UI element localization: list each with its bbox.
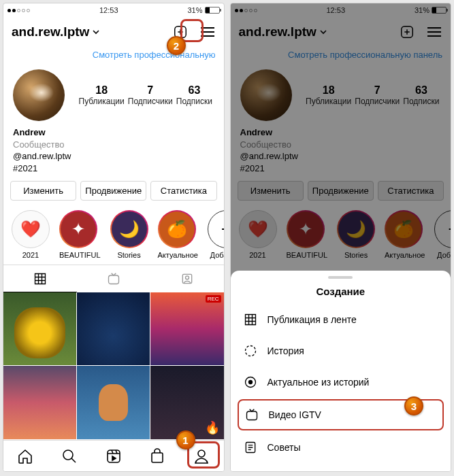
svg-point-4: [63, 450, 73, 460]
bio: Andrew Сообщество @and.rew.lptw #2021: [3, 126, 224, 181]
stats-row: 18Публикации 7Подписчики 63Подписки: [77, 84, 214, 106]
nav-search[interactable]: [48, 441, 92, 471]
igtv-icon: [244, 407, 259, 422]
post-cell[interactable]: [77, 366, 150, 439]
svg-rect-6: [152, 453, 163, 462]
sheet-item-highlight[interactable]: Актуальное из историй: [231, 367, 451, 398]
step-badge-3: 3: [404, 396, 423, 415]
post-cell[interactable]: [3, 366, 76, 439]
tab-grid[interactable]: [3, 265, 77, 292]
username-dropdown[interactable]: and.rew.lptw: [12, 24, 100, 39]
sheet-item-tips[interactable]: Советы: [231, 432, 451, 463]
svg-rect-12: [246, 411, 257, 420]
posts-grid: [3, 292, 224, 440]
stat-followers[interactable]: 7Подписчики: [128, 84, 173, 106]
avatar[interactable]: [13, 69, 65, 121]
stat-posts[interactable]: 18Публикации: [79, 84, 125, 106]
pro-dashboard-link[interactable]: Смотреть профессиональную: [3, 47, 224, 65]
nav-shop[interactable]: [135, 441, 180, 471]
insights-button[interactable]: Статистика: [150, 181, 216, 201]
promote-button[interactable]: Продвижение: [80, 181, 146, 201]
sheet-title: Создание: [231, 286, 451, 304]
post-cell[interactable]: [77, 292, 150, 365]
step-badge-2: 2: [167, 36, 186, 55]
svg-point-3: [185, 276, 189, 279]
highlight-beautiful[interactable]: ✦BEAUTIFUL: [59, 210, 101, 259]
highlight-add[interactable]: +Добавить: [208, 210, 224, 259]
post-cell[interactable]: [150, 366, 223, 439]
highlight-actual[interactable]: 🍊Актуальное: [158, 210, 198, 259]
post-cell[interactable]: [150, 292, 223, 365]
status-time: 12:53: [99, 6, 118, 14]
status-bar: 12:53 31%: [3, 3, 224, 17]
edit-button[interactable]: Изменить: [10, 181, 76, 201]
highlight-2021[interactable]: ❤️2021: [12, 210, 50, 259]
phone-left: 12:53 31% and.rew.lptw 2 Смотреть профес…: [3, 3, 225, 472]
tab-igtv[interactable]: [77, 265, 150, 292]
story-icon: [243, 343, 258, 358]
sheet-item-story[interactable]: История: [231, 335, 451, 367]
tips-icon: [243, 440, 258, 455]
post-cell[interactable]: [3, 292, 76, 365]
svg-rect-1: [108, 275, 118, 284]
highlight-icon: [243, 375, 258, 390]
profile-header: and.rew.lptw: [3, 17, 224, 47]
nav-reels[interactable]: [91, 441, 135, 471]
sheet-item-feed[interactable]: Публикация в ленте: [231, 304, 451, 335]
svg-point-7: [198, 450, 205, 457]
sheet-handle[interactable]: [328, 276, 353, 279]
phone-right: 12:5331% and.rew.lptw Смотреть профессио…: [230, 3, 452, 472]
highlight-stories[interactable]: 🌙Stories: [110, 210, 148, 259]
svg-point-9: [245, 346, 255, 356]
battery-pct: 31%: [187, 6, 202, 14]
nav-home[interactable]: [3, 441, 48, 471]
menu-button[interactable]: [199, 24, 216, 40]
grid-icon: [243, 312, 258, 327]
svg-rect-5: [108, 450, 120, 462]
create-sheet: Создание Публикация в ленте История Акту…: [231, 271, 451, 471]
tab-tagged[interactable]: [150, 265, 224, 292]
step-badge-1: 1: [176, 430, 195, 449]
svg-point-11: [248, 381, 252, 384]
stat-following[interactable]: 63Подписки: [176, 84, 212, 106]
highlights-row: ❤️2021 ✦BEAUTIFUL 🌙Stories 🍊Актуальное +…: [3, 207, 224, 265]
